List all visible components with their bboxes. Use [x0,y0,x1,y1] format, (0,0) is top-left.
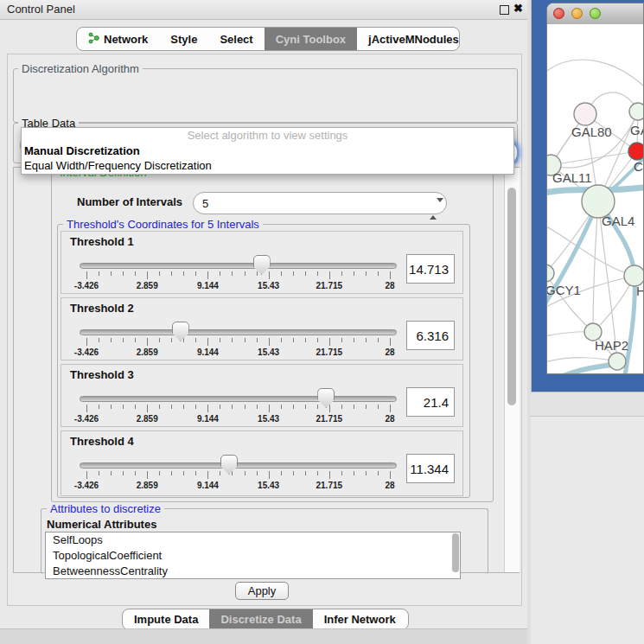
dropdown-option[interactable]: Equal Width/Frequency Discretization [22,158,513,173]
slider-tick-label: -3.426 [74,481,99,490]
slider-tick [232,405,233,409]
apply-button[interactable]: Apply [235,582,289,600]
slider-thumb[interactable] [172,322,189,341]
numerical-attributes-label: Numerical Attributes [47,518,156,531]
threshold-value-field[interactable]: 14.713 [406,254,455,284]
network-edge [551,151,637,165]
slider-tick-label: 9.144 [197,281,219,290]
attributes-group-title: Attributes to discretize [47,502,164,515]
slider-tick [378,405,379,409]
slider-tick [232,338,233,342]
slider-tick [341,338,342,342]
network-window-titlebar[interactable] [547,3,644,25]
network-node[interactable] [609,353,626,370]
network-node[interactable] [628,143,644,160]
slider-tick [257,271,258,276]
attribute-list-item[interactable]: BetweennessCentrality [46,564,460,579]
panel-title: Control Panel [7,3,75,16]
slider-tick [281,405,282,409]
tab-cyni-toolbox[interactable]: Cyni Toolbox [265,28,357,50]
network-edge [593,201,598,332]
slider-tick [99,271,99,276]
slider-tick-label: 21.715 [316,281,343,290]
close-button[interactable] [553,8,564,19]
slider-tick-label: 9.144 [197,481,219,490]
slider-track[interactable] [80,396,397,402]
slider-tick [366,271,367,276]
slider-tick [378,471,379,475]
slider-thumb[interactable] [220,455,238,475]
vertical-scrollbar[interactable] [504,168,520,572]
slider-tick [183,338,184,342]
tab-select[interactable]: Select [208,28,264,50]
slider-tick-label: 15.43 [258,414,279,424]
thresholds-group: Threshold's Coordinates for 5 Intervals … [57,224,470,498]
close-icon[interactable]: ✖ [513,2,523,15]
tab-infer-network[interactable]: Infer Network [313,609,407,629]
slider-tick [147,405,148,412]
tab-label: Select [220,33,252,46]
list-scrollbar-thumb[interactable] [452,533,459,572]
number-of-intervals-value: 5 [202,197,208,210]
tab-jactivemnodules[interactable]: jActiveMNodules [357,28,460,50]
slider-tick [111,338,112,342]
threshold-value-field[interactable]: 6.316 [406,321,455,350]
slider-track[interactable] [80,329,397,335]
network-node-label: GA [630,123,644,137]
slider-tick [354,405,354,409]
network-edge [547,223,634,276]
slider-tick-label: 15.43 [258,481,279,490]
minimize-button[interactable] [571,8,583,19]
slider-tick [293,405,294,409]
slider-tick-label: 28 [385,348,394,357]
scrollbar-thumb[interactable] [507,188,516,405]
slider-tick [123,271,124,276]
slider-tick [390,338,391,346]
slider-tick [366,471,367,475]
tab-discretize-data[interactable]: Discretize Data [209,609,312,629]
slider-tick [317,471,318,475]
network-canvas[interactable]: GAL80GACGAL11GAL4GCY1HHAP2 [547,24,644,374]
slider-tick [378,271,379,276]
threshold-value-field[interactable]: 21.4 [406,387,455,417]
network-node[interactable] [574,103,596,125]
slider-tick [99,338,99,342]
threshold-value-field[interactable]: 11.344 [406,454,455,483]
number-of-intervals-select[interactable]: 5 [193,192,447,214]
slider-tick [220,271,220,276]
slider-tick [195,338,196,342]
attribute-list-item[interactable]: TopologicalCoefficient [46,548,460,564]
slider-tick-label: 9.144 [197,348,219,357]
slider-tick-label: 15.43 [258,348,279,357]
slider-tick [232,471,233,475]
tab-style[interactable]: Style [159,28,208,50]
slider-tick [245,338,245,342]
slider-tick [305,471,306,475]
slider-tick [111,471,112,475]
slider-tick [183,405,184,409]
list-scrollbar[interactable] [451,533,460,572]
slider-tick [99,471,99,475]
tab-impute-data[interactable]: Impute Data [123,609,209,629]
network-node-label: HAP2 [595,338,628,353]
slider-tick-label: 2.859 [137,414,158,424]
network-edge [547,358,617,363]
zoom-button[interactable] [590,8,601,19]
slider-thumb[interactable] [317,388,335,408]
slider-tick [329,271,330,279]
float-window-icon[interactable] [500,5,509,15]
number-of-intervals-label: Number of Intervals [77,195,182,208]
slider-track[interactable] [80,263,397,269]
attribute-list-item[interactable]: SelfLoops [46,532,460,548]
slider-track[interactable] [80,462,397,469]
slider-tick [269,271,270,279]
slider-tick [86,405,87,412]
dropdown-option[interactable]: Manual Discretization [22,143,513,158]
numerical-attributes-list[interactable]: SelfLoopsTopologicalCoefficientBetweenne… [45,532,461,579]
network-node-label: GAL80 [571,124,612,139]
network-node[interactable] [547,265,554,282]
tab-network[interactable]: Network [77,28,159,50]
slider-tick-label: 15.43 [258,281,279,290]
tab-label: Style [170,33,197,46]
network-node[interactable] [629,103,644,120]
